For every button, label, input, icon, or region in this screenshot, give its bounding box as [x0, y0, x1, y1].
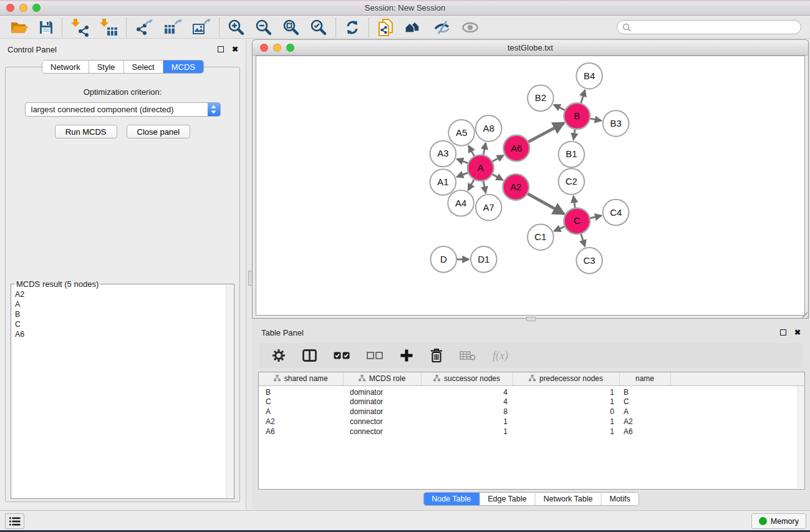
table-cell[interactable]: A6	[259, 427, 343, 437]
table-row[interactable]: Bdominator41B	[259, 385, 804, 397]
graph-node-B1[interactable]: B1	[559, 142, 585, 168]
open-session-button[interactable]	[11, 20, 29, 35]
delete-table-button[interactable]	[460, 351, 476, 360]
tab-node-table[interactable]: Node Table	[423, 493, 480, 505]
run-mcds-button[interactable]: Run MCDS	[55, 125, 117, 138]
export-table-button[interactable]	[163, 19, 182, 36]
graph-node-A1[interactable]: A1	[430, 169, 456, 195]
graph-edge-A2-C[interactable]	[528, 194, 564, 214]
float-table-panel-icon[interactable]	[780, 329, 786, 336]
table-cell[interactable]: 1	[513, 417, 619, 427]
table-cell[interactable]: A2	[259, 417, 343, 427]
network-canvas[interactable]: B4B2BB3B1A5A8A6A3AA1C2A2A4A7C4CC1C3DD1	[256, 56, 805, 316]
tab-network[interactable]: Network	[42, 60, 89, 73]
close-network-window-button[interactable]	[260, 44, 268, 52]
graph-edge-B-B3[interactable]	[591, 118, 602, 120]
table-cell[interactable]: 1	[513, 385, 619, 397]
minimize-network-window-button[interactable]	[273, 44, 281, 52]
table-cell[interactable]: dominator	[343, 385, 421, 397]
table-cell[interactable]: A	[619, 407, 670, 417]
zoom-out-button[interactable]	[255, 19, 272, 36]
show-columns-button[interactable]	[302, 349, 317, 362]
mcds-result-item[interactable]: A6	[15, 329, 225, 339]
mcds-result-scrollbar[interactable]	[226, 285, 233, 498]
graph-node-C2[interactable]: C2	[559, 168, 585, 195]
graph-node-B3[interactable]: B3	[603, 110, 629, 137]
graph-edge-B-B4[interactable]	[581, 90, 585, 103]
graph-edge-A-A1[interactable]	[457, 173, 468, 177]
table-cell[interactable]: A2	[619, 417, 670, 427]
graph-node-A5[interactable]: A5	[448, 120, 475, 146]
graph-node-D1[interactable]: D1	[471, 246, 497, 273]
table-row[interactable]: A6connector11A6	[259, 427, 804, 437]
graph-node-A3[interactable]: A3	[430, 141, 456, 167]
table-row[interactable]: Cdominator41C	[259, 397, 804, 407]
graph-node-C4[interactable]: C4	[603, 200, 629, 226]
table-cell[interactable]: 0	[513, 407, 619, 417]
table-cell[interactable]: dominator	[343, 397, 421, 407]
graph-edge-A-A3[interactable]	[457, 159, 468, 163]
table-cell[interactable]: connector	[343, 427, 421, 437]
table-cell[interactable]: connector	[343, 417, 421, 427]
table-cell[interactable]: C	[619, 397, 670, 407]
graph-node-A[interactable]: A	[468, 155, 494, 181]
graph-edge-C-C4[interactable]	[591, 216, 602, 218]
graph-node-A2[interactable]: A2	[503, 174, 529, 200]
new-network-from-selection-button[interactable]	[377, 18, 394, 37]
function-builder-button[interactable]: f(x)	[493, 349, 508, 362]
column-header-predecessor-nodes[interactable]: predecessor nodes	[513, 372, 619, 385]
graph-edge-C-C2[interactable]	[574, 196, 576, 208]
horizontal-splitter-handle[interactable]	[526, 317, 536, 321]
graph-edge-A-A8[interactable]	[483, 143, 486, 155]
graph-edge-A-A7[interactable]	[483, 181, 486, 193]
first-neighbors-button[interactable]	[404, 19, 423, 36]
graph-node-B[interactable]: B	[564, 103, 590, 129]
apply-layout-button[interactable]	[344, 19, 360, 36]
tab-select[interactable]: Select	[124, 60, 163, 73]
graph-node-C[interactable]: C	[564, 208, 590, 235]
show-hide-graphics-details-button[interactable]	[433, 19, 451, 36]
graph-node-B2[interactable]: B2	[528, 85, 554, 112]
tab-mcds[interactable]: MCDS	[163, 60, 203, 73]
column-header-successor-nodes[interactable]: successor nodes	[421, 372, 513, 385]
graph-edge-C-C1[interactable]	[554, 226, 565, 231]
optimization-criterion-dropdown[interactable]: largest connected component (directed)	[25, 102, 221, 117]
graph-node-D[interactable]: D	[431, 246, 457, 273]
table-row[interactable]: Adominator80A	[259, 407, 804, 417]
create-column-button[interactable]	[400, 349, 413, 362]
graph-edge-B-B2[interactable]	[554, 105, 565, 110]
table-scrollbar[interactable]	[798, 386, 804, 488]
table-cell[interactable]: 1	[513, 397, 619, 407]
tab-network-table[interactable]: Network Table	[536, 493, 602, 505]
search-input[interactable]	[634, 23, 796, 32]
graph-edge-C-C3[interactable]	[581, 234, 585, 246]
graph-edge-B-B1[interactable]	[574, 130, 575, 140]
zoom-fit-button[interactable]	[282, 19, 300, 36]
table-cell[interactable]: A6	[619, 427, 670, 437]
import-network-button[interactable]	[70, 18, 89, 37]
export-network-button[interactable]	[135, 19, 153, 36]
graph-node-B4[interactable]: B4	[576, 63, 602, 89]
graph-node-A7[interactable]: A7	[476, 195, 502, 221]
mcds-result-item[interactable]: B	[15, 309, 225, 319]
show-task-history-button[interactable]	[5, 513, 24, 529]
close-table-panel-icon[interactable]: ✖	[794, 329, 801, 336]
zoom-selected-button[interactable]	[310, 19, 327, 36]
graph-node-A8[interactable]: A8	[476, 115, 502, 142]
memory-status-button[interactable]: Memory	[751, 513, 806, 529]
graph-node-A6[interactable]: A6	[503, 135, 529, 162]
table-cell[interactable]: 1	[421, 417, 513, 427]
tab-edge-table[interactable]: Edge Table	[480, 493, 535, 505]
graph-edge-A6-B[interactable]	[528, 123, 564, 142]
column-header-mcds-role[interactable]: MCDS role	[343, 372, 421, 385]
table-cell[interactable]: B	[259, 385, 343, 397]
column-header-shared-name[interactable]: shared name	[259, 372, 343, 385]
mcds-result-item[interactable]: A	[15, 299, 225, 309]
table-cell[interactable]: C	[259, 397, 343, 407]
delete-column-button[interactable]	[430, 348, 443, 363]
close-panel-button[interactable]: Close panel	[127, 125, 191, 138]
float-panel-icon[interactable]	[218, 46, 224, 52]
graph-edge-A-A6[interactable]	[493, 155, 504, 162]
toolbar-search[interactable]	[617, 20, 801, 34]
table-settings-button[interactable]	[272, 349, 286, 362]
